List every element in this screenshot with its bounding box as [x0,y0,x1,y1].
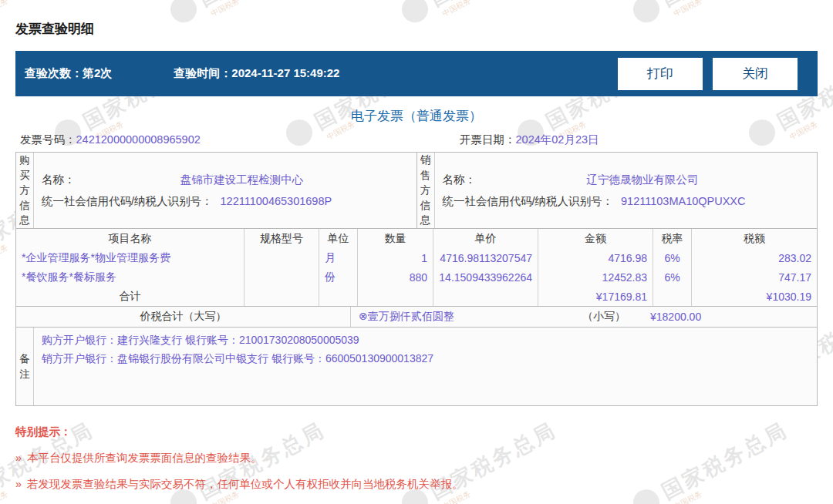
small-figures-label: （小写） [582,307,626,327]
bullet-icon: » [15,478,22,490]
special-notice: 特别提示： »本平台仅提供所查询发票票面信息的查验结果。 »若发现发票查验结果与… [15,425,464,492]
party-box: 购买方信息 名称： 盘锦市建设工程检测中心 统一社会信用代码/纳税人识别号： 1… [15,152,818,229]
print-button[interactable]: 打印 [618,58,703,90]
buyer-taxid-value: 12211100465301698P [221,195,332,207]
total-amount: ¥17169.81 [538,287,653,306]
notice-item: »若发现发票查验结果与实际交易不符，任何单位或个人有权拒收并向当地税务机关举报。 [15,477,464,492]
seller-content: 名称： 辽宁德晟物业有限公司 统一社会信用代码/纳税人识别号： 91211103… [435,153,818,228]
toolbar: 查验次数：第2次 查验时间：2024-11-27 15:49:22 打印 关闭 [15,51,818,96]
page-title: 发票查验明细 [15,20,94,38]
col-header-item-name: 项目名称 [16,229,245,248]
invoice-verification-page: 国家税务总局中国税务国家税务总局中国税务国家税务总局中国税务国家税务总局中国税务… [0,0,833,504]
col-header-unit-price: 单价 [433,229,538,248]
buyer-name-row: 名称： 盘锦市建设工程检测中心 [42,173,409,187]
table-cell [245,287,319,306]
remark-line: 销方开户银行：盘锦银行股份有限公司中银支行 银行账号：6600501309000… [42,350,809,368]
table-cell [433,287,538,306]
check-count-text: 查验次数：第2次 [25,66,112,81]
seller-taxid-value: 91211103MA10QPUXXC [621,195,745,207]
table-cell: 12452.83 [538,267,653,287]
remark-line: 购方开户银行：建行兴隆支行 银行账号：21001730208050005039 [42,331,809,350]
invoice-date-value: 2024年02月23日 [516,133,599,146]
price-tax-total-label: 价税合计（大写） [16,307,351,327]
items-table: 项目名称 规格型号 单位 数量 单价 金额 税率 税额 *企业管理服务*物业管理… [15,229,818,307]
table-cell: 283.02 [692,248,817,267]
table-cell [245,267,319,287]
buyer-name-label: 名称： [42,173,76,187]
table-cell [358,287,433,306]
price-tax-total-row: 价税合计（大写） ⊗壹万捌仟贰佰圆整 （小写） ¥18200.00 [15,307,818,328]
close-button[interactable]: 关闭 [713,58,798,90]
table-cell [319,287,358,306]
buyer-name-value: 盘锦市建设工程检测中心 [76,173,409,187]
col-header-spec: 规格型号 [245,229,319,248]
remarks-content: 购方开户银行：建行兴隆支行 银行账号：21001730208050005039 … [34,328,817,405]
table-cell: 6% [653,248,692,267]
invoice-panel: 电子发票（普通发票） 发票号码：24212000000008965902 开票日… [15,96,818,406]
invoice-date-label: 开票日期： [460,133,516,146]
table-cell: 747.17 [692,267,817,287]
seller-taxid-label: 统一社会信用代码/纳税人识别号： [443,194,614,209]
invoice-date: 开票日期：2024年02月23日 [460,133,599,147]
total-tax: ¥1030.19 [692,287,817,306]
table-cell: 4716.98113207547 [433,248,538,267]
invoice-meta-row: 发票号码：24212000000008965902 开票日期：2024年02月2… [15,130,818,152]
table-cell [653,287,692,306]
table-cell: 月 [319,248,358,267]
seller-name-label: 名称： [443,173,477,187]
table-cell: 份 [319,267,358,287]
table-cell: 880 [358,267,433,287]
buyer-content: 名称： 盘锦市建设工程检测中心 统一社会信用代码/纳税人识别号： 1221110… [34,153,416,228]
table-cell: 14.1509433962264 [433,267,538,287]
table-cell: *企业管理服务*物业管理服务费 [16,248,245,267]
bullet-icon: » [15,452,22,464]
col-header-tax-rate: 税率 [653,229,692,248]
total-row-label: 合计 [16,287,245,306]
buyer-taxid-row: 统一社会信用代码/纳税人识别号： 12211100465301698P [42,194,409,209]
seller-taxid-row: 统一社会信用代码/纳税人识别号： 91211103MA10QPUXXC [443,194,810,209]
seller-name-row: 名称： 辽宁德晟物业有限公司 [443,173,810,187]
remarks-side-label: 备注 [16,328,34,405]
invoice-type-title: 电子发票（普通发票） [15,96,818,130]
seller-section: 销售方信息 名称： 辽宁德晟物业有限公司 统一社会信用代码/纳税人识别号： 91… [417,153,818,228]
table-cell: *餐饮服务*餐标服务 [16,267,245,287]
table-cell: 4716.98 [538,248,653,267]
buyer-taxid-label: 统一社会信用代码/纳税人识别号： [42,194,213,209]
col-header-tax-amount: 税额 [692,229,817,248]
notice-title: 特别提示： [15,425,464,439]
col-header-quantity: 数量 [358,229,433,248]
invoice-number-label: 发票号码： [20,133,76,146]
table-cell [245,248,319,267]
remarks-box: 备注 购方开户银行：建行兴隆支行 银行账号：210017302080500050… [15,328,818,406]
invoice-number-value: 24212000000008965902 [76,133,201,146]
table-cell: 6% [653,267,692,287]
table-cell: 1 [358,248,433,267]
col-header-amount: 金额 [538,229,653,248]
buyer-section: 购买方信息 名称： 盘锦市建设工程检测中心 统一社会信用代码/纳税人识别号： 1… [16,153,417,228]
buyer-side-label: 购买方信息 [16,153,34,228]
invoice-number: 发票号码：24212000000008965902 [20,133,201,147]
col-header-unit: 单位 [319,229,358,248]
check-time-text: 查验时间：2024-11-27 15:49:22 [174,66,339,81]
amount-in-figures: ¥18200.00 [650,307,701,327]
seller-name-value: 辽宁德晟物业有限公司 [476,173,809,187]
seller-side-label: 销售方信息 [417,153,435,228]
notice-item: »本平台仅提供所查询发票票面信息的查验结果。 [15,451,464,465]
page-content: 发票查验明细 查验次数：第2次 查验时间：2024-11-27 15:49:22… [0,0,833,504]
amount-in-words: ⊗壹万捌仟贰佰圆整 [359,307,454,327]
